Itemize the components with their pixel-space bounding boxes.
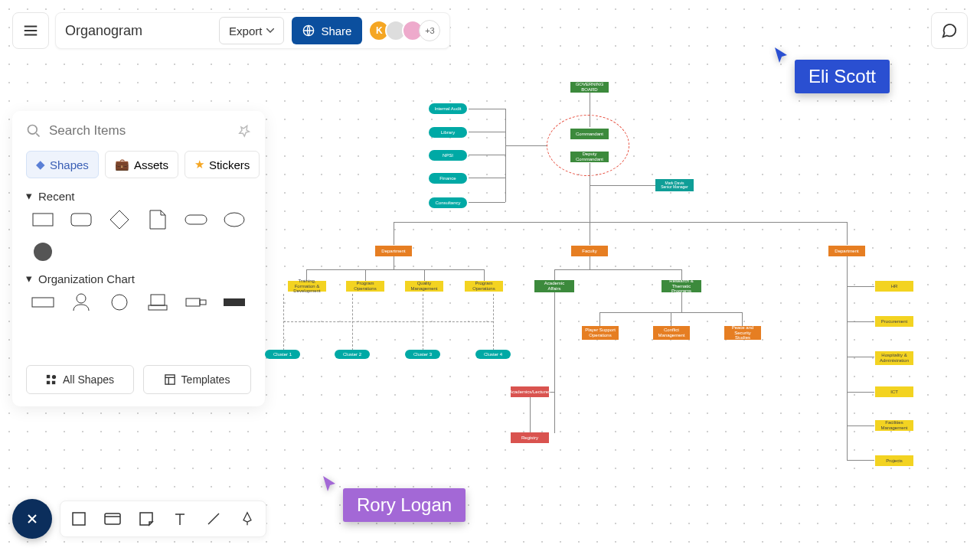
svg-rect-21 <box>105 514 120 524</box>
orgshape-tag[interactable] <box>184 293 208 311</box>
svg-point-16 <box>52 375 56 379</box>
chat-icon <box>941 22 958 39</box>
org-node[interactable]: Mark Davis Senior Manager <box>655 179 694 191</box>
org-node[interactable]: Peace and Security Studies <box>724 326 761 340</box>
org-node[interactable]: Research & Thematic Programs <box>662 280 701 292</box>
selection-circle <box>547 115 629 176</box>
tool-card[interactable] <box>102 508 123 530</box>
tab-shapes[interactable]: ◆Shapes <box>26 151 99 178</box>
org-node[interactable]: Cluster 2 <box>335 350 370 359</box>
org-node[interactable]: GOVERNING BOARD <box>570 82 609 93</box>
org-node[interactable]: Finance <box>429 173 467 184</box>
cursor-icon <box>322 474 338 494</box>
cursor-name: Rory Logan <box>343 488 466 522</box>
templates-icon <box>165 374 175 385</box>
org-node[interactable]: Library <box>429 127 467 138</box>
org-node[interactable]: Academics/Lectures <box>511 386 549 397</box>
section-recent[interactable]: ▾ Recent <box>26 189 251 203</box>
org-node[interactable]: Consultancy <box>429 197 467 208</box>
cursor-icon <box>773 46 790 66</box>
shape-diamond[interactable] <box>107 210 132 229</box>
shapes-panel: ◆Shapes 💼Assets ★Stickers ▾ Recent ▾ Org… <box>12 111 265 406</box>
pin-icon[interactable] <box>237 124 251 138</box>
close-panel-button[interactable] <box>12 499 52 539</box>
org-node[interactable]: Deputy Commandant <box>570 152 609 162</box>
document-toolbar: Organogram Export Share K +3 <box>55 12 450 49</box>
org-node[interactable]: Quality Management <box>405 281 443 292</box>
shape-rectangle[interactable] <box>31 210 55 229</box>
hamburger-menu-button[interactable] <box>12 12 49 49</box>
export-label: Export <box>229 24 262 37</box>
hamburger-icon <box>22 22 39 39</box>
svg-point-1 <box>28 126 38 135</box>
tool-sticky[interactable] <box>136 508 157 530</box>
shape-ellipse[interactable] <box>222 210 247 229</box>
org-node[interactable]: Program Operations <box>465 281 503 292</box>
svg-rect-3 <box>71 214 91 226</box>
svg-rect-12 <box>186 298 200 306</box>
templates-button[interactable]: Templates <box>143 365 251 394</box>
svg-rect-13 <box>200 300 206 305</box>
shape-rounded-rect[interactable] <box>69 210 93 229</box>
shape-document[interactable] <box>145 210 170 229</box>
avatar-more[interactable]: +3 <box>419 20 440 41</box>
svg-point-8 <box>77 294 86 303</box>
orgshape-bar[interactable] <box>222 293 247 311</box>
org-node[interactable]: Procurement <box>875 316 913 327</box>
org-node[interactable]: Department <box>375 246 412 256</box>
org-node[interactable]: HR <box>875 281 913 292</box>
org-node[interactable]: Cluster 3 <box>405 350 440 359</box>
tool-pen[interactable] <box>237 508 258 530</box>
orgshape-card[interactable] <box>145 293 170 311</box>
svg-line-23 <box>208 514 219 524</box>
orgshape-circle[interactable] <box>107 293 132 311</box>
share-label: Share <box>321 24 351 37</box>
org-node[interactable]: Program Operations <box>346 281 384 292</box>
svg-point-9 <box>112 295 127 310</box>
orgshape-box[interactable] <box>31 293 55 311</box>
collaborator-cursor-eli: Eli Scott <box>773 46 890 93</box>
org-node[interactable]: NPSI <box>429 150 467 161</box>
section-label: Organization Chart <box>38 272 135 285</box>
document-title[interactable]: Organogram <box>65 23 211 39</box>
tab-stickers[interactable]: ★Stickers <box>185 151 260 178</box>
shapes-icon <box>46 374 57 385</box>
org-node[interactable]: Cluster 1 <box>265 350 300 359</box>
close-icon <box>24 511 40 527</box>
org-node[interactable]: Academic Affairs <box>534 280 574 292</box>
tab-label: Assets <box>134 158 168 171</box>
org-node[interactable]: Faculty <box>571 246 608 256</box>
canvas-toolbar <box>60 500 266 537</box>
svg-rect-15 <box>47 375 50 378</box>
svg-point-6 <box>34 243 52 261</box>
org-node[interactable]: Player Support Operations <box>582 326 619 340</box>
org-node[interactable]: Facilities Management <box>875 420 913 431</box>
org-node[interactable]: Cluster 4 <box>475 350 511 359</box>
org-node[interactable]: Training, Formation & Development <box>288 281 326 292</box>
svg-rect-7 <box>32 298 54 307</box>
section-orgchart[interactable]: ▾ Organization Chart <box>26 272 251 285</box>
button-label: Templates <box>181 373 230 386</box>
all-shapes-button[interactable]: All Shapes <box>26 365 134 394</box>
org-node[interactable]: Registry <box>511 432 549 443</box>
org-node[interactable]: Projects <box>875 455 913 466</box>
tool-line[interactable] <box>203 508 224 530</box>
org-node[interactable]: Conflict Management <box>653 326 690 340</box>
tab-label: Shapes <box>50 158 89 171</box>
search-input[interactable] <box>49 123 230 139</box>
org-node[interactable]: Internal Audit <box>429 103 467 114</box>
org-node[interactable]: Commandant <box>570 129 609 139</box>
comments-button[interactable] <box>931 12 968 49</box>
orgshape-person[interactable] <box>69 293 93 311</box>
export-button[interactable]: Export <box>219 17 284 44</box>
org-node[interactable]: Hospitality & Administration <box>875 351 913 365</box>
share-button[interactable]: Share <box>292 17 362 44</box>
shape-circle-filled[interactable] <box>31 243 55 261</box>
tool-text[interactable] <box>169 508 191 530</box>
org-node[interactable]: Department <box>828 246 865 256</box>
collaborator-avatars[interactable]: K +3 <box>370 20 440 41</box>
tab-assets[interactable]: 💼Assets <box>105 151 178 178</box>
org-node[interactable]: ICT <box>875 386 913 397</box>
shape-pill[interactable] <box>184 210 208 229</box>
tool-rectangle[interactable] <box>68 508 90 530</box>
